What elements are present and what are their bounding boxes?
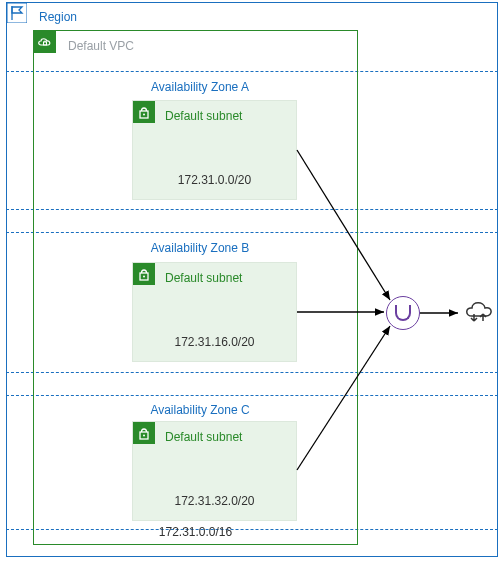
architecture-diagram: Region Default VPC Availability Zone A A… <box>0 0 503 561</box>
arrows-layer <box>0 0 503 561</box>
svg-line-13 <box>297 150 390 300</box>
svg-line-15 <box>297 326 390 470</box>
